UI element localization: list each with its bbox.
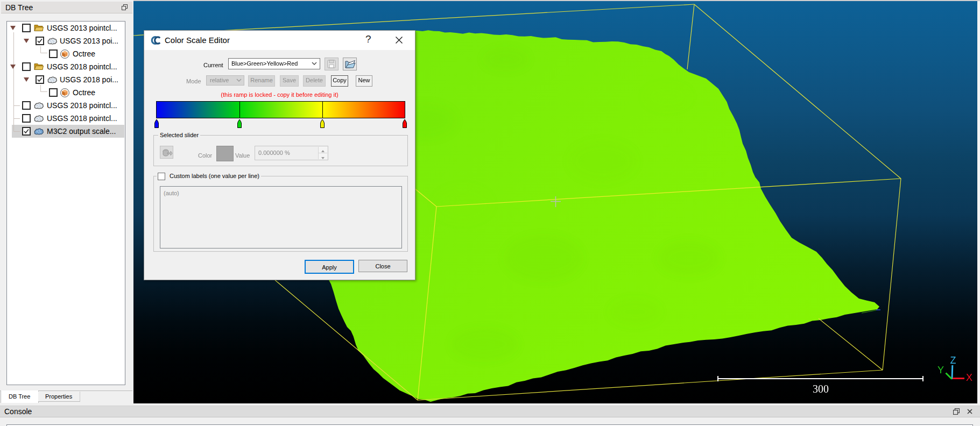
svg-text:Y: Y <box>937 365 944 375</box>
svg-text:300: 300 <box>813 383 829 395</box>
svg-text:Z: Z <box>950 355 956 366</box>
svg-text:X: X <box>966 372 972 383</box>
